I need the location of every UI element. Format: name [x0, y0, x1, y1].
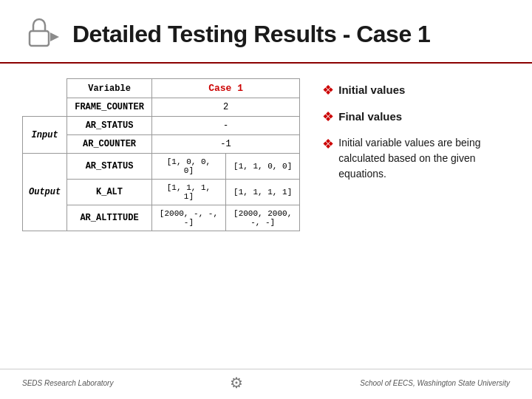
table-row: Input AR_STATUS - [23, 117, 300, 135]
bullet-label-1: Initial values [338, 82, 405, 98]
var-cell: FRAME_COUNTER [67, 98, 152, 117]
diamond-icon-3: ❖ [322, 134, 334, 154]
bullet-final-values: ❖ Final values [322, 109, 510, 126]
val-cell: 2 [151, 98, 299, 117]
bullet-label-2: Final values [338, 109, 402, 124]
results-table: Variable Case 1 FRAME_COUNTER 2 Input AR… [22, 78, 300, 231]
val-cell-2: [1, 1, 1, 1] [226, 180, 300, 205]
val-cell-2: [1, 1, 0, 0] [226, 154, 300, 180]
table-row: FRAME_COUNTER 2 [23, 98, 300, 117]
footer-right-text: School of EECS, Washington State Univers… [360, 379, 510, 387]
diamond-icon-2: ❖ [322, 108, 334, 126]
var-cell: AR_COUNTER [67, 135, 152, 154]
page-title: Detailed Testing Results - Case 1 [72, 21, 430, 48]
val-cell-1: [1, 1, 1,1] [151, 180, 225, 205]
var-cell: AR_STATUS [67, 154, 152, 180]
diamond-icon-1: ❖ [322, 81, 334, 100]
data-table-section: Variable Case 1 FRAME_COUNTER 2 Input AR… [22, 78, 300, 231]
page-footer: SEDS Research Laboratory ⚙ School of EEC… [0, 369, 532, 392]
footer-emblem: ⚙ [230, 374, 243, 392]
bullet-initial-values: ❖ Initial values [322, 82, 510, 100]
output-label: Output [23, 154, 67, 231]
lock-icon [22, 13, 61, 55]
page-header: Detailed Testing Results - Case 1 [0, 0, 532, 64]
input-label: Input [23, 117, 67, 154]
footer-left-text: SEDS Research Laboratory [22, 379, 113, 387]
svg-marker-1 [50, 33, 59, 41]
val-cell: - [151, 117, 299, 135]
col-header-variable: Variable [67, 79, 152, 98]
main-content: Variable Case 1 FRAME_COUNTER 2 Input AR… [0, 64, 532, 239]
table-row: Output AR_STATUS [1, 0, 0,0] [1, 1, 0, 0… [23, 154, 300, 180]
var-cell: AR_STATUS [67, 117, 152, 135]
bullet-label-3: Initial variable values are being calcul… [338, 135, 510, 182]
val-cell-1: [1, 0, 0,0] [151, 154, 225, 180]
svg-rect-0 [30, 31, 49, 46]
bullet-description: ❖ Initial variable values are being calc… [322, 135, 510, 182]
var-cell: AR_ALTITUDE [67, 205, 152, 231]
bullets-section: ❖ Initial values ❖ Final values ❖ Initia… [322, 78, 510, 231]
val-cell: -1 [151, 135, 299, 154]
col-header-case: Case 1 [151, 79, 299, 98]
val-cell-2: [2000, 2000,-, -] [226, 205, 300, 231]
var-cell: K_ALT [67, 180, 152, 205]
val-cell-1: [2000, -, -,-] [151, 205, 225, 231]
